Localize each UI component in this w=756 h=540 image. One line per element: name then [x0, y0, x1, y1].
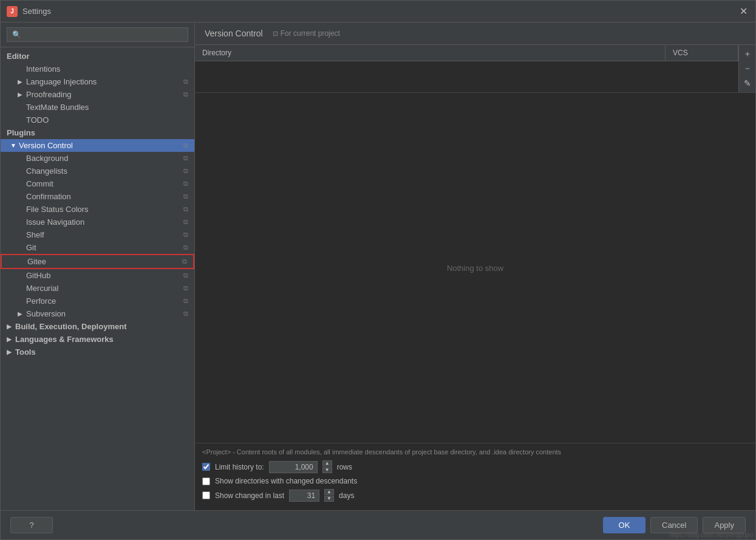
- sidebar-item-plugins: Plugins: [1, 126, 194, 139]
- copy-icon: ⧉: [183, 218, 188, 226]
- show-directories-row: Show directories with changed descendant…: [202, 477, 748, 485]
- copy-icon: ⧉: [183, 231, 188, 239]
- sidebar-item-language-injections[interactable]: ▶ Language Injections ⧉: [1, 75, 194, 88]
- help-button[interactable]: ?: [10, 517, 53, 533]
- project-info-label: <Project> - Content roots of all modules…: [202, 448, 748, 456]
- copy-icon: ⧉: [183, 78, 188, 86]
- project-icon: ⊡: [273, 30, 278, 38]
- add-button[interactable]: ＋: [741, 47, 754, 61]
- content-footer: <Project> - Content roots of all modules…: [195, 443, 755, 510]
- sidebar-item-file-status-colors[interactable]: File Status Colors ⧉: [1, 203, 194, 216]
- copy-icon: ⧉: [183, 244, 188, 251]
- vcs-column-header: VCS: [666, 45, 738, 61]
- limit-history-row: Limit history to: ▲ ▼ rows: [202, 460, 748, 473]
- content-area: Version Control ⊡ For current project Di…: [195, 22, 755, 510]
- sidebar: Editor Intentions ▶ Language Injections …: [1, 22, 195, 510]
- search-box: [1, 22, 194, 47]
- ok-button[interactable]: OK: [603, 517, 645, 533]
- copy-icon: ⧉: [183, 284, 188, 292]
- limit-history-input[interactable]: [269, 461, 318, 473]
- spin-up[interactable]: ▲: [322, 460, 332, 467]
- sidebar-item-tools[interactable]: ▶ Tools: [1, 346, 194, 358]
- copy-icon: ⧉: [182, 258, 187, 265]
- sidebar-item-gitee[interactable]: Gitee ⧉: [1, 254, 194, 269]
- show-changed-input[interactable]: [289, 490, 319, 502]
- table-with-toolbar: Directory VCS ＋ － ✎: [195, 45, 755, 93]
- content-header: Version Control ⊡ For current project: [195, 22, 755, 45]
- dialog-footer: ? OK Cancel Apply: [1, 510, 755, 539]
- settings-dialog: J Settings ✕ Editor Intentions ▶ Languag: [0, 0, 756, 540]
- limit-history-checkbox[interactable]: [202, 463, 210, 471]
- sidebar-item-background[interactable]: Background ⧉: [1, 152, 194, 165]
- sidebar-item-perforce[interactable]: Perforce ⧉: [1, 295, 194, 307]
- table-header: Directory VCS: [195, 45, 738, 61]
- copy-icon: ⧉: [183, 272, 188, 279]
- cancel-button[interactable]: Cancel: [650, 517, 698, 533]
- show-changed-label-before: Show changed in last: [215, 491, 284, 500]
- edit-button[interactable]: ✎: [741, 77, 754, 90]
- sidebar-item-build-execution[interactable]: ▶ Build, Execution, Deployment: [1, 320, 194, 333]
- sidebar-item-intentions[interactable]: Intentions: [1, 63, 194, 75]
- title-bar: J Settings ✕: [1, 1, 755, 22]
- empty-state-label: Nothing to show: [447, 264, 503, 273]
- copy-icon: ⧉: [183, 205, 188, 213]
- sidebar-item-mercurial[interactable]: Mercurial ⧉: [1, 282, 194, 295]
- search-input[interactable]: [7, 27, 188, 42]
- show-changed-row: Show changed in last ▲ ▼ days: [202, 489, 748, 502]
- copy-icon: ⧉: [183, 91, 188, 98]
- spinner-arrows[interactable]: ▲ ▼: [322, 460, 332, 473]
- limit-history-label: Limit history to:: [215, 463, 264, 471]
- show-directories-label: Show directories with changed descendant…: [215, 477, 357, 485]
- copy-icon: ⧉: [183, 180, 188, 188]
- copy-icon: ⧉: [183, 193, 188, 200]
- sidebar-item-changelists[interactable]: Changelists ⧉: [1, 165, 194, 177]
- sidebar-item-proofreading[interactable]: ▶ Proofreading ⧉: [1, 88, 194, 101]
- sidebar-item-subversion[interactable]: ▶ Subversion ⧉: [1, 307, 194, 320]
- remove-button[interactable]: －: [741, 62, 754, 75]
- show-directories-checkbox[interactable]: [202, 477, 210, 485]
- sidebar-item-todo[interactable]: TODO: [1, 114, 194, 126]
- sidebar-item-languages-frameworks[interactable]: ▶ Languages & Frameworks: [1, 333, 194, 346]
- sidebar-item-textmate-bundles[interactable]: TextMate Bundles: [1, 101, 194, 114]
- table-content-empty: Nothing to show: [195, 93, 755, 443]
- sidebar-item-editor: Editor: [1, 50, 194, 63]
- sidebar-item-github[interactable]: GitHub ⧉: [1, 269, 194, 282]
- sidebar-item-confirmation[interactable]: Confirmation ⧉: [1, 190, 194, 203]
- app-icon: J: [7, 6, 18, 17]
- show-changed-checkbox[interactable]: [202, 491, 210, 499]
- watermark: https://blog.csdn.net/yilingpupu: [670, 531, 753, 538]
- spinner-arrows-2[interactable]: ▲ ▼: [324, 489, 334, 502]
- copy-icon: ⧉: [183, 142, 188, 149]
- rows-label: rows: [337, 463, 352, 471]
- table-main: Directory VCS: [195, 45, 738, 92]
- sidebar-item-issue-navigation[interactable]: Issue Navigation ⧉: [1, 216, 194, 228]
- dialog-body: Editor Intentions ▶ Language Injections …: [1, 22, 755, 510]
- copy-icon: ⧉: [183, 310, 188, 318]
- spin-up-2[interactable]: ▲: [324, 489, 334, 495]
- sidebar-item-commit[interactable]: Commit ⧉: [1, 177, 194, 190]
- copy-icon: ⧉: [183, 167, 188, 175]
- copy-icon: ⧉: [183, 297, 188, 305]
- close-button[interactable]: ✕: [737, 5, 749, 18]
- content-subtitle: ⊡ For current project: [273, 29, 340, 38]
- dialog-title: Settings: [22, 7, 51, 16]
- sidebar-item-shelf[interactable]: Shelf ⧉: [1, 228, 194, 241]
- content-table-area: Directory VCS ＋ － ✎ Nothing to show <Pro…: [195, 45, 755, 510]
- sidebar-tree: Editor Intentions ▶ Language Injections …: [1, 47, 194, 510]
- copy-icon: ⧉: [183, 154, 188, 162]
- directory-column-header: Directory: [195, 45, 666, 61]
- spin-down-2[interactable]: ▼: [324, 496, 334, 502]
- apply-button[interactable]: Apply: [703, 517, 746, 533]
- sidebar-item-git[interactable]: Git ⧉: [1, 241, 194, 254]
- show-changed-label-after: days: [339, 491, 354, 500]
- table-toolbar: ＋ － ✎: [738, 45, 755, 92]
- content-title: Version Control: [205, 29, 263, 38]
- spin-down[interactable]: ▼: [322, 467, 332, 473]
- sidebar-item-version-control[interactable]: ▼ Version Control ⧉: [1, 139, 194, 152]
